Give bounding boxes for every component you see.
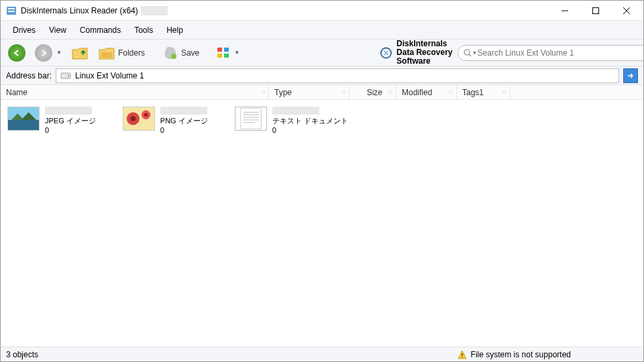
folders-button[interactable]: Folders — [95, 44, 148, 62]
svg-rect-4 — [593, 7, 599, 13]
close-button[interactable] — [611, 1, 642, 21]
file-count: 0 — [45, 126, 96, 134]
column-tags[interactable]: Tags1▽ — [457, 85, 511, 99]
filter-icon[interactable]: ▽ — [261, 89, 266, 96]
go-button[interactable] — [623, 68, 638, 83]
svg-point-14 — [464, 50, 470, 55]
menu-tools[interactable]: Tools — [127, 23, 160, 38]
svg-rect-9 — [217, 48, 222, 52]
addressbar-label: Address bar: — [6, 71, 52, 80]
forward-icon — [35, 44, 52, 62]
svg-rect-19 — [8, 120, 39, 130]
brand-block[interactable]: DiskInternals Data Recovery Software — [380, 40, 454, 66]
save-icon — [162, 46, 178, 60]
filter-icon[interactable]: ▽ — [341, 89, 346, 96]
statusbar: 3 objects File system is not supported — [1, 347, 643, 361]
save-button[interactable]: Save — [159, 44, 203, 62]
search-box[interactable]: ▾ — [458, 45, 644, 61]
menubar: Drives View Commands Tools Help — [1, 21, 643, 40]
svg-rect-10 — [224, 48, 229, 52]
file-type: テキスト ドキュメント — [272, 116, 348, 126]
list-item[interactable]: JPEG イメージ 0 — [7, 107, 96, 134]
drive-icon — [60, 72, 71, 80]
chevron-down-icon: ▼ — [234, 50, 239, 56]
up-button[interactable] — [68, 44, 92, 62]
address-path: Linux Ext Volume 1 — [75, 71, 144, 80]
address-input[interactable]: Linux Ext Volume 1 — [56, 68, 619, 83]
list-item[interactable]: PNG イメージ 0 — [123, 107, 208, 134]
search-input[interactable] — [478, 48, 644, 58]
thumbnail-landscape — [7, 107, 40, 131]
column-modified[interactable]: Modified▽ — [396, 85, 457, 99]
svg-point-24 — [130, 116, 136, 121]
filename-redacted — [160, 107, 207, 115]
svg-rect-27 — [240, 109, 261, 129]
search-icon — [464, 49, 472, 57]
svg-rect-1 — [8, 8, 15, 9]
brand-line1: DiskInternals — [396, 40, 454, 48]
filename-redacted — [45, 107, 92, 115]
svg-rect-7 — [101, 52, 112, 58]
thumbnail-flower — [123, 107, 155, 131]
filename-redacted — [272, 107, 319, 115]
window-title: DiskInternals Linux Reader (x64) — [21, 6, 138, 15]
column-type[interactable]: Type▽ — [269, 85, 350, 99]
svg-point-17 — [68, 75, 69, 76]
menu-help[interactable]: Help — [160, 23, 190, 38]
svg-point-8 — [171, 54, 176, 59]
status-warning: File system is not supported — [458, 350, 571, 359]
folder-up-icon — [71, 46, 89, 60]
svg-point-35 — [462, 357, 463, 358]
save-label: Save — [181, 48, 199, 58]
filter-icon[interactable]: ▽ — [449, 89, 453, 96]
thumbnail-text — [235, 107, 267, 131]
column-size[interactable]: Size▽ — [350, 85, 396, 99]
title-redacted — [141, 6, 168, 15]
warning-icon — [458, 350, 467, 359]
minimize-button[interactable] — [549, 1, 580, 21]
menu-commands[interactable]: Commands — [73, 23, 127, 38]
toolbar: ▼ Folders Save ▼ DiskInternals Data Reco… — [1, 40, 643, 66]
file-list: JPEG イメージ 0 PNG イメージ 0 テキスト ドキュメント 0 — [1, 100, 643, 347]
view-mode-button[interactable]: ▼ — [213, 45, 243, 61]
brand-icon — [380, 43, 392, 63]
window-controls — [549, 1, 642, 21]
titlebar: DiskInternals Linux Reader (x64) — [1, 1, 643, 21]
column-name[interactable]: Name▽ — [1, 85, 269, 99]
svg-rect-2 — [8, 11, 15, 12]
svg-point-26 — [144, 113, 148, 117]
chevron-down-icon: ▾ — [473, 49, 476, 56]
folders-icon — [98, 46, 115, 60]
menu-view[interactable]: View — [42, 23, 73, 38]
nav-back-button[interactable] — [5, 42, 29, 64]
filter-icon[interactable]: ▽ — [388, 89, 393, 96]
chevron-down-icon: ▼ — [56, 50, 62, 56]
warning-text: File system is not supported — [471, 350, 571, 359]
back-icon — [8, 44, 25, 62]
maximize-button[interactable] — [580, 1, 611, 21]
filter-icon[interactable]: ▽ — [502, 89, 507, 96]
object-count: 3 objects — [6, 350, 38, 359]
file-count: 0 — [160, 126, 208, 134]
nav-forward-button[interactable]: ▼ — [32, 42, 65, 64]
arrow-right-icon — [627, 72, 635, 80]
list-item[interactable]: テキスト ドキュメント 0 — [235, 107, 348, 134]
grid-icon — [217, 47, 230, 59]
brand-line2: Data Recovery Software — [396, 48, 454, 66]
columns-header: Name▽ Type▽ Size▽ Modified▽ Tags1▽ — [1, 85, 643, 100]
svg-rect-12 — [224, 54, 229, 58]
menu-drives[interactable]: Drives — [6, 23, 42, 38]
file-type: PNG イメージ — [160, 116, 208, 126]
folders-label: Folders — [118, 48, 145, 58]
addressbar: Address bar: Linux Ext Volume 1 — [1, 66, 643, 85]
file-count: 0 — [272, 126, 348, 134]
file-type: JPEG イメージ — [45, 116, 96, 126]
svg-rect-11 — [217, 54, 222, 58]
app-icon — [6, 5, 17, 16]
svg-line-15 — [469, 54, 471, 56]
